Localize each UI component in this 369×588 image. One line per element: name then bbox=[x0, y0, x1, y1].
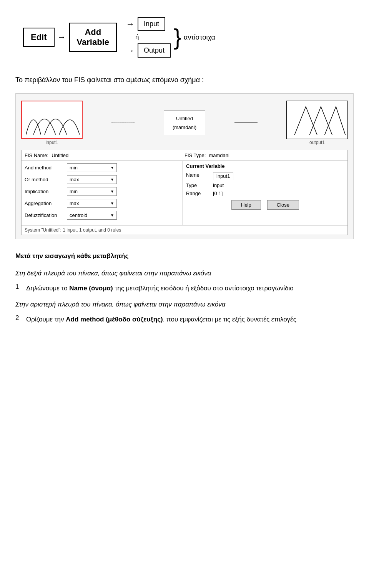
item2-text2: , που εμφανίζεται με τις εξής δυνατές επ… bbox=[163, 316, 296, 323]
arrow-input: → bbox=[126, 19, 135, 29]
input-box: Input bbox=[138, 17, 165, 31]
fis-editor-body: And method min ▼ Or method max ▼ Implica… bbox=[22, 161, 347, 225]
fis-current-var-panel: Current Variable Name input1 Type input … bbox=[183, 161, 347, 225]
fis-var-range-value: [0 1] bbox=[213, 190, 223, 196]
add-variable-box: Add Variable bbox=[69, 23, 117, 52]
fis-aggregation-value: max bbox=[70, 200, 79, 206]
fis-name-value: Untitled bbox=[52, 152, 68, 158]
fis-dashed-left bbox=[111, 123, 135, 123]
fis-current-var-title: Current Variable bbox=[186, 163, 344, 169]
fis-and-method-label: And method bbox=[25, 165, 67, 171]
fis-implication-row: Implication min ▼ bbox=[25, 187, 180, 196]
item2-text: Ορίζουμε την bbox=[26, 316, 66, 323]
body-content: Μετά την εισαγωγή κάθε μεταβλητής Στη δε… bbox=[15, 251, 354, 325]
fis-input-mf-box bbox=[21, 101, 83, 139]
brace-icon: } bbox=[174, 26, 181, 49]
fis-name-section: FIS Name: Untitled bbox=[25, 152, 184, 158]
fis-type-section: FIS Type: mamdani bbox=[184, 152, 344, 158]
fis-close-button[interactable]: Close bbox=[267, 200, 299, 210]
fis-var-type-row: Type input bbox=[186, 182, 344, 188]
item1-num: 1 bbox=[15, 283, 26, 291]
fis-defuzz-row: Defuzzification centroid ▼ bbox=[25, 211, 180, 220]
or-label-container: ή bbox=[135, 33, 171, 41]
fis-center-title: Untitled bbox=[173, 116, 196, 121]
fis-editor-panel: FIS Name: Untitled FIS Type: mamdani And… bbox=[21, 150, 348, 235]
item1-bold: Name (όνομα) bbox=[69, 285, 113, 292]
fis-var-range-row: Range [0 1] bbox=[186, 190, 344, 196]
fis-aggregation-dropdown[interactable]: max ▼ bbox=[67, 199, 117, 208]
input-branch: → Input bbox=[123, 15, 171, 33]
fis-status-bar: System "Untitled": 1 input, 1 output, an… bbox=[22, 225, 347, 235]
fis-solid-right bbox=[234, 123, 258, 123]
antistoia-label: αντίστοιχα bbox=[184, 33, 215, 41]
fis-defuzz-dropdown[interactable]: centroid ▼ bbox=[67, 211, 117, 220]
dropdown-arrow-icon4: ▼ bbox=[110, 201, 114, 205]
arrow-output: → bbox=[126, 46, 135, 56]
fis-output-mf-box bbox=[286, 101, 348, 139]
numbered-item-2: 2 Ορίζουμε την Add method (μέθοδο σύζευξ… bbox=[15, 314, 354, 325]
fis-var-range-label: Range bbox=[186, 190, 213, 196]
edit-box: Edit bbox=[23, 28, 55, 47]
fis-methods-panel: And method min ▼ Or method max ▼ Implica… bbox=[22, 161, 183, 225]
fis-var-type-label: Type bbox=[186, 182, 213, 188]
fis-or-method-label: Or method bbox=[25, 177, 67, 182]
output-branch: → Output bbox=[123, 42, 171, 59]
fis-action-buttons: Help Close bbox=[186, 200, 344, 210]
dropdown-arrow-icon3: ▼ bbox=[110, 189, 114, 194]
fis-and-method-dropdown[interactable]: min ▼ bbox=[67, 163, 117, 172]
fis-type-label: FIS Type: bbox=[184, 152, 206, 158]
fis-center-box: Untitled (mamdani) bbox=[164, 111, 205, 135]
fis-var-type-value: input bbox=[213, 182, 224, 188]
fis-output-label: output1 bbox=[286, 140, 348, 145]
fis-output-section: output1 bbox=[286, 101, 348, 145]
fis-var-name-value: input1 bbox=[213, 172, 233, 180]
fis-diagram: input1 Untitled (mamdani) bbox=[21, 101, 348, 145]
dropdown-arrow-icon5: ▼ bbox=[110, 213, 114, 217]
fis-name-type-row: FIS Name: Untitled FIS Type: mamdani bbox=[22, 150, 347, 161]
fis-screenshot: input1 Untitled (mamdani) bbox=[15, 93, 354, 239]
fis-aggregation-label: Aggregation bbox=[25, 200, 67, 206]
fis-var-name-row: Name input1 bbox=[186, 172, 344, 180]
item1-text: Δηλώνουμε το bbox=[26, 285, 69, 292]
fis-implication-value: min bbox=[70, 189, 78, 194]
fis-implication-dropdown[interactable]: min ▼ bbox=[67, 187, 117, 196]
item2-bold: Add method (μέθοδο σύζευξης) bbox=[66, 316, 163, 323]
item2-num: 2 bbox=[15, 314, 26, 322]
fis-input-section: input1 bbox=[21, 101, 83, 145]
intro-bold-text: Μετά την εισαγωγή κάθε μεταβλητής bbox=[15, 251, 354, 262]
item1-text2: της μεταβλητής εισόδου ή εξόδου στο αντί… bbox=[113, 285, 294, 292]
fis-type-value: mamdani bbox=[209, 152, 229, 158]
branch-container: → Input ή → Output bbox=[123, 15, 171, 59]
dropdown-arrow-icon: ▼ bbox=[110, 166, 114, 170]
dropdown-arrow-icon2: ▼ bbox=[110, 177, 114, 182]
output-box: Output bbox=[138, 43, 171, 58]
fis-and-method-row: And method min ▼ bbox=[25, 163, 180, 172]
fis-var-name-label: Name bbox=[186, 172, 213, 180]
fis-center-subtitle: (mamdani) bbox=[173, 124, 196, 130]
fis-and-method-value: min bbox=[70, 165, 78, 171]
heading1: Στη δεξιά πλευρά του πίνακα, όπως φαίνετ… bbox=[15, 268, 354, 279]
item2-content: Ορίζουμε την Add method (μέθοδο σύζευξης… bbox=[26, 314, 354, 325]
fis-or-method-value: max bbox=[70, 177, 79, 182]
numbered-item-1: 1 Δηλώνουμε το Name (όνομα) της μεταβλητ… bbox=[15, 283, 354, 294]
fis-implication-label: Implication bbox=[25, 189, 67, 194]
fis-help-button[interactable]: Help bbox=[231, 200, 261, 210]
fis-defuzz-label: Defuzzification bbox=[25, 212, 67, 218]
fis-name-label: FIS Name: bbox=[25, 152, 48, 158]
fis-aggregation-row: Aggregation max ▼ bbox=[25, 199, 180, 208]
intro-text: Το περιβάλλον του FIS φαίνεται στο αμέσω… bbox=[15, 75, 354, 86]
flow-diagram: Edit → Add Variable → Input ή → Output }… bbox=[15, 15, 354, 59]
fis-or-method-dropdown[interactable]: max ▼ bbox=[67, 175, 117, 184]
item1-content: Δηλώνουμε το Name (όνομα) της μεταβλητής… bbox=[26, 283, 354, 294]
fis-input-label: input1 bbox=[21, 140, 83, 145]
brace-section: } αντίστοιχα bbox=[174, 26, 215, 49]
or-label: ή bbox=[135, 33, 139, 41]
fis-or-method-row: Or method max ▼ bbox=[25, 175, 180, 184]
fis-defuzz-value: centroid bbox=[70, 212, 87, 218]
arrow1: → bbox=[58, 32, 66, 42]
heading2: Στην αριστερή πλευρά του πίνακα, όπως φα… bbox=[15, 299, 354, 310]
